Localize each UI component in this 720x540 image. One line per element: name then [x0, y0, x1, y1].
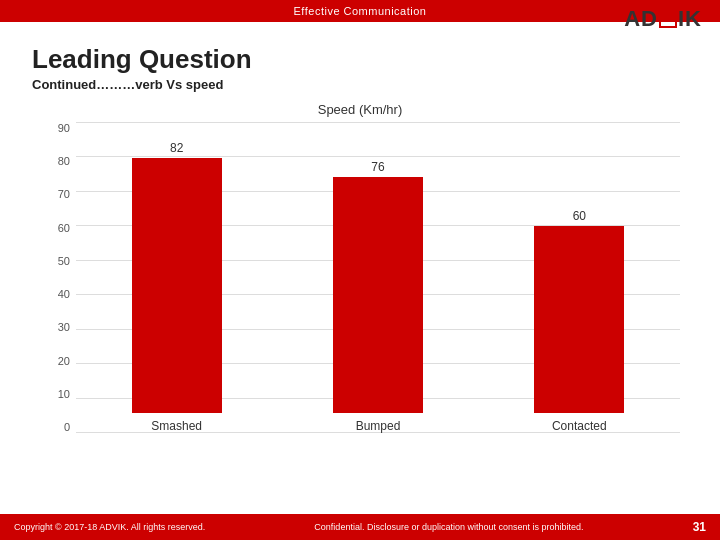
page-heading: Leading Question [32, 44, 688, 75]
bars-group: 82Smashed76Bumped60Contacted [76, 123, 680, 433]
bar-column: 60Contacted [534, 209, 624, 433]
bar-value-label: 60 [573, 209, 586, 223]
logo-box [659, 10, 677, 28]
y-axis-label: 20 [40, 356, 76, 367]
bar [132, 158, 222, 413]
bar-x-label: Bumped [356, 419, 401, 433]
chart-area: 0102030405060708090 82Smashed76Bumped60C… [40, 123, 680, 433]
y-axis: 0102030405060708090 [40, 123, 76, 433]
y-axis-label: 90 [40, 123, 76, 134]
y-axis-label: 50 [40, 256, 76, 267]
bar-column: 82Smashed [132, 141, 222, 433]
chart-container: Speed (Km/hr) 0102030405060708090 82Smas… [40, 102, 680, 433]
footer-page-number: 31 [693, 520, 706, 534]
top-bar-title: Effective Communication [294, 5, 427, 17]
footer: Copyright © 2017-18 ADVIK. All rights re… [0, 514, 720, 540]
main-content: Leading Question Continued………verb Vs spe… [0, 22, 720, 445]
bar [333, 177, 423, 413]
logo-area: ADIK [624, 6, 702, 32]
bar-value-label: 82 [170, 141, 183, 155]
y-axis-label: 40 [40, 289, 76, 300]
page-subheading: Continued………verb Vs speed [32, 77, 688, 92]
footer-copyright: Copyright © 2017-18 ADVIK. All rights re… [14, 522, 205, 532]
y-axis-label: 70 [40, 189, 76, 200]
bar-value-label: 76 [371, 160, 384, 174]
bar-column: 76Bumped [333, 160, 423, 433]
logo-text: ADIK [624, 6, 702, 32]
top-bar: Effective Communication [0, 0, 720, 22]
y-axis-label: 10 [40, 389, 76, 400]
y-axis-label: 80 [40, 156, 76, 167]
chart-title: Speed (Km/hr) [40, 102, 680, 117]
bar [534, 226, 624, 413]
bar-x-label: Smashed [151, 419, 202, 433]
y-axis-label: 30 [40, 322, 76, 333]
y-axis-label: 0 [40, 422, 76, 433]
bar-x-label: Contacted [552, 419, 607, 433]
chart-inner: 82Smashed76Bumped60Contacted [76, 123, 680, 433]
footer-confidential: Confidential. Disclosure or duplication … [314, 522, 583, 532]
y-axis-label: 60 [40, 223, 76, 234]
